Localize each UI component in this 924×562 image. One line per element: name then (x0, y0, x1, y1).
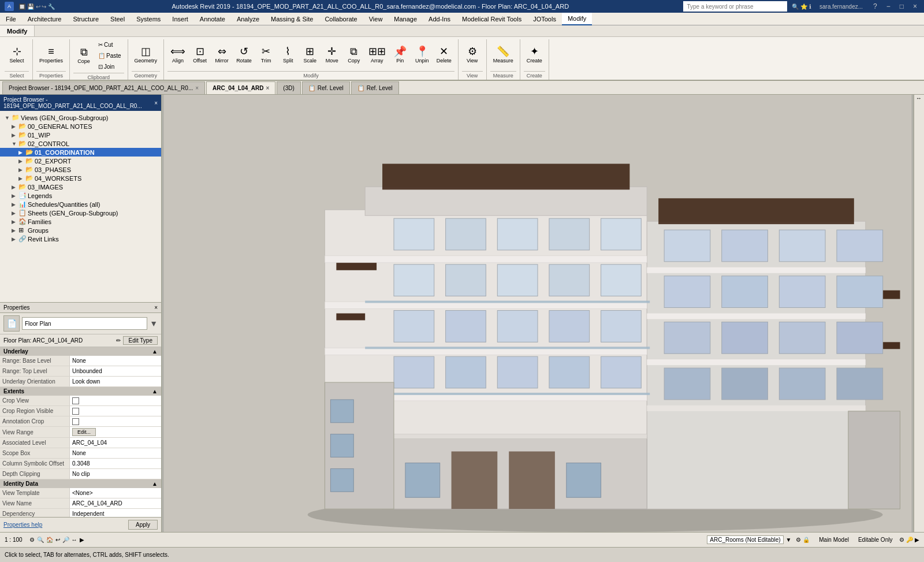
prop-value-view-template[interactable]: <None> (69, 488, 161, 498)
trim-btn[interactable]: ✂ Trim (256, 40, 277, 70)
workset-selector[interactable]: ARC_Rooms (Not Editable) (707, 535, 783, 544)
menu-addins[interactable]: Add-Ins (423, 13, 456, 25)
help-btn[interactable]: ? (871, 2, 880, 10)
menu-file[interactable]: File (0, 13, 22, 25)
crop-region-visible-checkbox[interactable] (72, 408, 79, 415)
identity-collapse[interactable]: ▲ (152, 481, 158, 487)
menu-architecture[interactable]: Architecture (22, 13, 68, 25)
prop-value-scope-box[interactable]: None (69, 448, 161, 458)
tab-ref-level-2[interactable]: 📋 Ref. Level (351, 81, 399, 94)
underlay-collapse[interactable]: ▲ (152, 348, 158, 355)
prop-value-underlay-orientation[interactable]: Look down (69, 377, 161, 386)
tree-item-control[interactable]: ▼ 📂 02_CONTROL (0, 139, 161, 148)
cope-btn[interactable]: ⧉ Cope (73, 40, 94, 70)
tree-item-groups[interactable]: ▶ ⊞ Groups (0, 226, 161, 235)
right-panel-icon-1[interactable]: ↕ (916, 97, 922, 100)
tree-item-sheets[interactable]: ▶ 📋 Sheets (GEN_Group-Subgroup) (0, 209, 161, 217)
move-btn[interactable]: ✛ Move (322, 40, 342, 70)
menu-modify[interactable]: Modify (562, 13, 592, 25)
edit-type-button[interactable]: Edit Type (123, 336, 158, 345)
menu-manage[interactable]: Manage (388, 13, 423, 25)
prop-value-top-level[interactable]: Unbounded (69, 366, 161, 376)
project-browser-close[interactable]: × (154, 100, 158, 106)
tree-item-schedules[interactable]: ▶ 📊 Schedules/Quantities (all) (0, 200, 161, 209)
menu-jotools[interactable]: JOTools (527, 13, 562, 25)
nav-icon-4[interactable]: ↩ (55, 537, 60, 543)
menu-modelical[interactable]: Modelical Revit Tools (456, 13, 527, 25)
tab-project-browser-close[interactable]: × (195, 85, 199, 91)
tree-item-families[interactable]: ▶ 🏠 Families (0, 217, 161, 226)
copy-btn[interactable]: ⧉ Copy (344, 40, 364, 70)
properties-close-btn[interactable]: × (154, 304, 158, 311)
nav-icon-5[interactable]: 🔎 (62, 537, 69, 543)
select-btn[interactable]: ⊹ Select (5, 40, 29, 70)
crop-view-checkbox[interactable] (72, 397, 79, 404)
tab-3d[interactable]: (3D) (277, 81, 300, 94)
paste-btn[interactable]: 📋 Paste (95, 50, 124, 61)
geometry-btn[interactable]: ◫ Geometry (132, 40, 161, 70)
menu-steel[interactable]: Steel (105, 13, 131, 25)
rotate-btn[interactable]: ↺ Rotate (233, 40, 255, 70)
prop-value-view-name[interactable]: ARC_04_L04_ARD (69, 498, 161, 508)
tree-item-legends[interactable]: ▶ 📑 Legends (0, 191, 161, 200)
tree-item-views[interactable]: ▼ 📁 Views (GEN_Group-Subgroup) (0, 113, 161, 122)
apply-btn[interactable]: Apply (128, 520, 158, 530)
workset-dropdown[interactable]: ▼ (786, 537, 792, 543)
annotation-crop-checkbox[interactable] (72, 418, 79, 425)
menu-structure[interactable]: Structure (67, 13, 105, 25)
prop-value-annotation-crop[interactable] (69, 416, 161, 426)
tree-item-revit-links[interactable]: ▶ 🔗 Revit Links (0, 235, 161, 243)
menu-collaborate[interactable]: Collaborate (319, 13, 363, 25)
properties-help-link[interactable]: Properties help (3, 522, 42, 528)
nav-icon-2[interactable]: 🔍 (37, 537, 44, 543)
tree-item-wip[interactable]: ▶ 📂 01_WIP (0, 131, 161, 139)
prop-value-base-level[interactable]: None (69, 356, 161, 366)
create-btn[interactable]: ✦ Create (524, 40, 545, 70)
tree-item-general-notes[interactable]: ▶ 📂 00_GENERAL NOTES (0, 122, 161, 131)
tree-item-coordination[interactable]: ▶ 📂 01_COORDINATION (0, 148, 161, 157)
menu-analyze[interactable]: Analyze (231, 13, 265, 25)
close-btn[interactable]: × (911, 2, 919, 10)
prop-type-dropdown[interactable]: ▼ (150, 319, 158, 328)
nav-icon-6[interactable]: ↔ (72, 537, 77, 543)
prop-value-crop-region-visible[interactable] (69, 406, 161, 416)
prop-value-column-symbolic[interactable]: 0.3048 (69, 459, 161, 468)
ribbon-tab-modify[interactable]: Modify (0, 25, 35, 36)
tree-item-worksets[interactable]: ▶ 📂 04_WORKSETS (0, 174, 161, 183)
tree-item-phases[interactable]: ▶ 📂 03_PHASES (0, 165, 161, 174)
menu-systems[interactable]: Systems (131, 13, 166, 25)
align-btn[interactable]: ⟺ Align (167, 40, 188, 70)
edit-view-range-btn[interactable]: Edit... (72, 428, 96, 436)
unpin-btn[interactable]: 📍 Unpin (412, 40, 433, 70)
split-btn[interactable]: ⌇ Split (278, 40, 299, 70)
maximize-btn[interactable]: □ (897, 2, 906, 10)
mirror-btn[interactable]: ⇔ Mirror (211, 40, 232, 70)
nav-icon-1[interactable]: ⚙ (29, 537, 35, 543)
tab-ref-level-1[interactable]: 📋 Ref. Level (302, 81, 350, 94)
tab-arc04[interactable]: ARC_04_L04_ARD × (206, 81, 275, 94)
view-area[interactable] (162, 95, 914, 532)
cut-btn[interactable]: ✂ Cut (95, 39, 124, 50)
delete-btn[interactable]: ✕ Delete (434, 40, 454, 70)
menu-annotate[interactable]: Annotate (194, 13, 231, 25)
menu-insert[interactable]: Insert (166, 13, 194, 25)
prop-value-crop-view[interactable] (69, 396, 161, 405)
tab-arc04-close[interactable]: × (266, 85, 269, 91)
tab-project-browser[interactable]: Project Browser - 18194_OPE_MOD_PART_A21… (2, 81, 205, 94)
keyword-search[interactable] (683, 1, 787, 12)
nav-icon-3[interactable]: 🏠 (46, 537, 53, 543)
nav-icon-7[interactable]: ▶ (80, 537, 84, 543)
minimize-btn[interactable]: − (884, 2, 893, 10)
prop-value-depth-clipping[interactable]: No clip (69, 469, 161, 479)
extents-collapse[interactable]: ▲ (152, 388, 158, 394)
offset-btn[interactable]: ⊡ Offset (189, 40, 210, 70)
view-btn[interactable]: ⚙ View (462, 40, 483, 70)
pin-btn[interactable]: 📌 Pin (390, 40, 411, 70)
join-btn[interactable]: ⊡ Join (95, 61, 124, 72)
measure-btn[interactable]: 📏 Measure (490, 40, 516, 70)
scale-btn[interactable]: ⊞ Scale (300, 40, 321, 70)
prop-value-view-range[interactable]: Edit... (69, 427, 161, 437)
menu-view[interactable]: View (363, 13, 389, 25)
tree-item-export[interactable]: ▶ 📂 02_EXPORT (0, 157, 161, 165)
properties-btn[interactable]: ≡ Properties (36, 40, 66, 70)
